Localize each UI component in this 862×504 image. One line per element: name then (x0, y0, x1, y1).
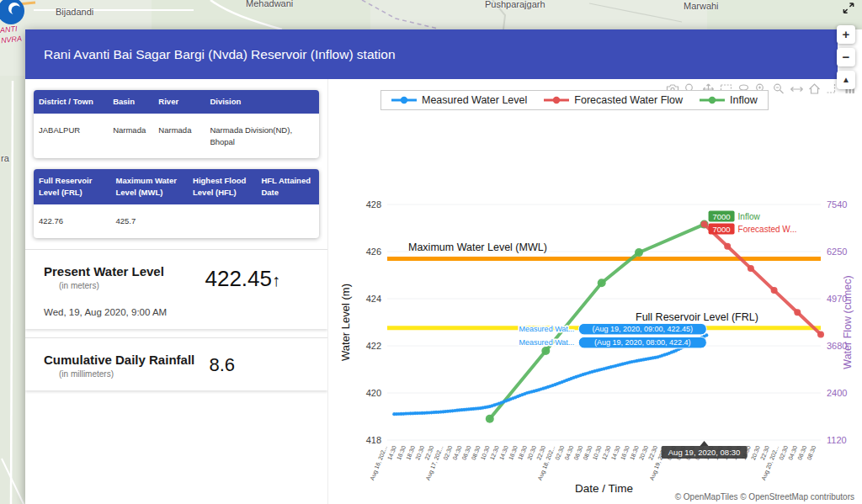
svg-text:7000: 7000 (712, 212, 730, 221)
x-axis-title: Date / Time (575, 482, 633, 495)
annotation-flag: 7000Forecasted W... (709, 224, 797, 235)
x-axis-tick: Aug 16, 202... (369, 445, 389, 481)
rainfall-unit: (in millimeters) (59, 369, 194, 379)
map-zoom-out-button[interactable]: − (837, 48, 855, 66)
map-attribution[interactable]: © OpenMapTiles © OpenStreetMap contribut… (672, 491, 858, 502)
cell-basin: Narmada (108, 114, 153, 158)
svg-text:Aug 19, 2020, 08:30: Aug 19, 2020, 08:30 (668, 448, 741, 457)
info-sidebar[interactable]: District / Town Basin River Division JAB… (25, 79, 328, 504)
svg-text:(Aug 19, 2020, 08:00, 422.4): (Aug 19, 2020, 08:00, 422.4) (594, 338, 691, 347)
map-zoom-controls: + − ▲ (837, 25, 855, 89)
pwl-number: 422.45 (205, 266, 272, 291)
legend-label: Inflow (730, 94, 758, 106)
fullscreen-icon[interactable] (841, 2, 856, 18)
col-district: District / Town (34, 90, 108, 114)
site-logo[interactable] (0, 0, 28, 32)
svg-text:Measured Wat...: Measured Wat... (519, 325, 575, 333)
station-header: Rani Avanti Bai Sagar Bargi (Nvda) Reser… (25, 29, 838, 79)
table-row: 422.76 425.7 (34, 204, 319, 237)
pwl-title: Present Water Level (44, 264, 164, 279)
cell-district: JABALPUR (34, 114, 108, 158)
y-axis-left-title: Water Level (m) (339, 284, 352, 361)
hover-tooltip: Measured Wat...(Aug 19, 2020, 08:00, 422… (519, 337, 707, 348)
y-axis-right-tick: 2400 (827, 388, 847, 398)
cell-frl: 422.76 (34, 204, 111, 237)
svg-text:Measured Wat...: Measured Wat... (519, 338, 575, 347)
levels-card: Full Reservoir Level (FRL) Maximum Water… (34, 169, 319, 238)
trend-up-icon: ↑ (272, 271, 280, 289)
pwl-timestamp: Wed, 19, Aug 2020, 9:00 AM (44, 307, 309, 317)
map-place-label: Mehadwani (246, 0, 293, 8)
reset-axes-icon[interactable] (807, 82, 822, 95)
legend-item-forecasted-water-flow[interactable]: Forecasted Water Flow (544, 94, 683, 106)
y-axis-left-tick: 420 (366, 388, 381, 398)
col-river: River (153, 90, 205, 114)
y-axis-left-tick: 418 (366, 435, 381, 445)
hover-tooltip: Measured Wat...(Aug 19, 2020, 09:00, 422… (519, 323, 707, 335)
legend-marker-icon (700, 96, 725, 104)
svg-text:Inflow: Inflow (738, 212, 761, 221)
reference-line-label: Full Reservoir Level (FRL) (636, 311, 758, 323)
legend-label: Forecasted Water Flow (574, 94, 683, 106)
legend-label: Measured Water Level (422, 94, 527, 106)
x-axis-tick: 08:30 (806, 445, 817, 461)
map-zoom-in-button[interactable]: + (837, 25, 855, 44)
legend-item-measured-water-level[interactable]: Measured Water Level (391, 94, 527, 106)
svg-text:(Aug 19, 2020, 09:00, 422.45): (Aug 19, 2020, 09:00, 422.45) (593, 325, 694, 333)
reference-line-label: Maximum Water Level (MWL) (408, 241, 547, 253)
water-level-chart[interactable]: Measured Water LevelForecasted Water Flo… (337, 80, 862, 504)
svg-text:7000: 7000 (712, 225, 730, 234)
autoscale-icon[interactable] (790, 82, 804, 95)
cell-hfl-date (256, 204, 319, 237)
col-hfl-date: HFL Attained Date (256, 169, 319, 205)
col-mwl: Maximum Water Level (MWL) (111, 169, 189, 205)
rainfall-section: Cumulative Daily Rainfall (in millimeter… (25, 337, 327, 390)
y-axis-left-tick: 426 (366, 247, 381, 257)
svg-text:Forecasted W...: Forecasted W... (738, 225, 797, 234)
rainfall-title: Cumulative Daily Rainfall (44, 353, 194, 367)
present-water-level-section: Present Water Level (in meters) 422.45↑ … (25, 249, 327, 329)
plot-area[interactable]: 4184204224244264281120240036804970625075… (337, 80, 862, 504)
zoom-out-icon[interactable] (772, 82, 786, 95)
station-info-card: District / Town Basin River Division JAB… (34, 90, 319, 158)
col-basin: Basin (108, 90, 153, 114)
y-axis-left-tick: 428 (366, 199, 381, 210)
y-axis-right-tick: 6250 (827, 247, 847, 257)
x-axis-tooltip: Aug 19, 2020, 08:30 (662, 441, 748, 459)
map-place-label: Marwahi (684, 1, 719, 11)
station-panel: Rani Avanti Bai Sagar Bargi (Nvda) Reser… (25, 29, 862, 504)
cell-river: Narmada (153, 114, 205, 158)
y-axis-left-tick: 422 (366, 341, 381, 351)
col-frl: Full Reservoir Level (FRL) (34, 169, 111, 205)
col-division: Division (205, 90, 319, 114)
y-axis-right-tick: 1120 (827, 435, 847, 445)
station-title: Rani Avanti Bai Sagar Bargi (Nvda) Reser… (44, 47, 396, 62)
y-axis-right-tick: 7540 (827, 199, 847, 210)
chart-legend: Measured Water LevelForecasted Water Flo… (380, 90, 769, 110)
legend-marker-icon (544, 96, 569, 104)
legend-marker-icon (391, 96, 417, 104)
map-place-label: Bijadandi (56, 7, 93, 17)
annotation-flag: 7000Inflow (709, 211, 761, 222)
levels-table: Full Reservoir Level (FRL) Maximum Water… (34, 169, 319, 238)
map-place-label: Pushparajgarh (485, 0, 545, 9)
pwl-value: 422.45↑ (205, 266, 280, 292)
cell-hfl (188, 204, 256, 237)
pwl-unit: (in meters) (59, 281, 164, 290)
cell-mwl: 425.7 (111, 204, 189, 237)
y-axis-left-tick: 424 (366, 294, 381, 304)
legend-item-inflow[interactable]: Inflow (700, 94, 758, 106)
map-place-label: ra (1, 153, 9, 163)
map-recenter-button[interactable]: ▲ (837, 71, 855, 89)
table-row: JABALPUR Narmada Narmada Narmada Divisio… (34, 114, 319, 158)
station-info-table: District / Town Basin River Division JAB… (34, 90, 319, 158)
cell-division: Narmada Division(ND), Bhopal (205, 114, 319, 158)
y-axis-right-title: Water Flow (cumec) (842, 275, 854, 369)
col-hfl: Highest Flood Level (HFL) (188, 169, 256, 205)
rainfall-value: 8.6 (209, 354, 235, 376)
